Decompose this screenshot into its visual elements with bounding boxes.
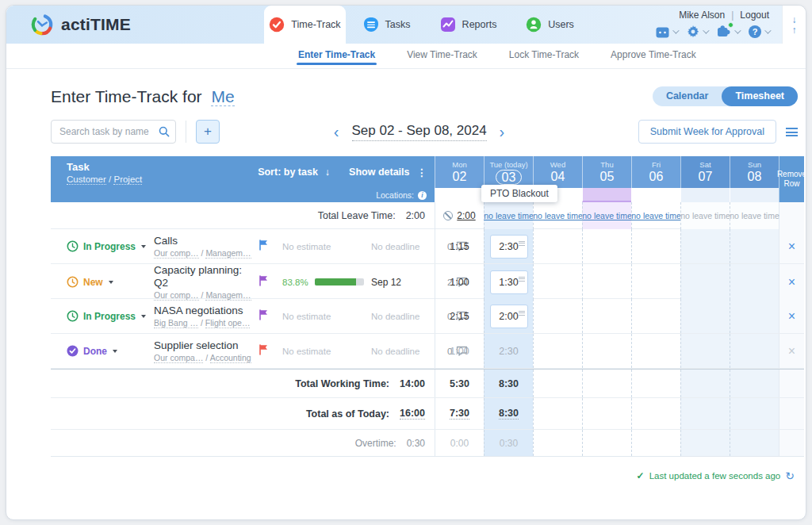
time-cell-wed[interactable] (533, 229, 582, 263)
logout-link[interactable]: Logout (740, 10, 769, 21)
time-cell-sun[interactable] (730, 264, 779, 300)
time-cell-mon[interactable]: 1:15 (435, 229, 484, 263)
remove-row-icon[interactable]: × (788, 240, 795, 254)
day-header[interactable]: Sat 07 (680, 156, 730, 188)
time-track-subnav: Enter Time-Track View Time-Track Lock Ti… (6, 44, 806, 69)
time-cell-wed[interactable] (533, 299, 582, 333)
tab-time-track[interactable]: Time-Track (264, 6, 346, 44)
day-header[interactable]: Fri 06 (631, 156, 680, 188)
customer-link[interactable]: Big Bang … (154, 318, 198, 328)
total-cell-tue[interactable]: 8:30 (484, 398, 533, 429)
calendar-menu[interactable] (656, 26, 677, 38)
day-header[interactable]: Sun 08 (730, 156, 779, 188)
show-details-button[interactable]: Show details (349, 167, 409, 178)
timesheet-toggle[interactable]: Timesheet (722, 86, 798, 106)
refresh-icon[interactable]: ↻ (785, 469, 795, 482)
no-leave-link[interactable]: no leave time (484, 211, 533, 220)
calendar-toggle[interactable]: Calendar (653, 86, 722, 106)
pto-blackout-cell[interactable] (582, 188, 631, 202)
brand-logo[interactable]: actiTIME (6, 6, 264, 44)
task-name[interactable]: Calls (154, 235, 259, 247)
settings-menu[interactable] (687, 25, 707, 38)
status-dropdown[interactable]: Done (67, 345, 154, 357)
status-dropdown[interactable]: In Progress (67, 240, 154, 252)
time-cell-fri[interactable] (631, 229, 680, 263)
customer-link[interactable]: Our comp… (154, 248, 199, 259)
no-leave-link[interactable]: no leave time (631, 211, 680, 220)
day-header[interactable]: Wed 04 (533, 156, 582, 188)
task-name[interactable]: Capacity planning: Q2 (154, 264, 259, 289)
time-cell-sat[interactable] (680, 264, 730, 300)
tab-reports[interactable]: Reports (427, 6, 509, 44)
priority-flag-icon[interactable] (259, 240, 269, 251)
priority-flag-icon[interactable] (259, 344, 269, 355)
time-cell-sun[interactable] (730, 229, 779, 263)
time-cell-fri[interactable] (631, 264, 680, 300)
time-cell-thu[interactable] (582, 299, 631, 333)
subnav-approve-time-track[interactable]: Approve Time-Track (611, 49, 696, 63)
subnav-enter-time-track[interactable]: Enter Time-Track (298, 49, 375, 63)
leave-cell-mon[interactable]: 2:00 (435, 202, 484, 229)
task-name[interactable]: NASA negotiations (154, 305, 259, 317)
search-icon[interactable] (159, 126, 170, 137)
day-header[interactable]: Thu 05 (582, 156, 631, 188)
priority-flag-icon[interactable] (259, 309, 269, 320)
tab-label: Users (548, 19, 574, 30)
hamburger-menu-icon[interactable] (786, 128, 798, 136)
time-cell-sat[interactable] (680, 299, 730, 333)
time-input[interactable]: 2:30 (490, 235, 528, 259)
day-header-today[interactable]: Tue (today) 03 (484, 156, 533, 188)
user-name[interactable]: Mike Alson (679, 10, 725, 21)
project-filter[interactable]: Project (113, 174, 142, 185)
time-cell-sun (730, 334, 779, 368)
total-cell-mon[interactable]: 7:30 (435, 398, 484, 429)
total-today-value[interactable]: 16:00 (400, 408, 425, 420)
toolbar-divider (186, 121, 186, 143)
project-link[interactable]: Accounting (210, 353, 251, 363)
customer-filter[interactable]: Customer (67, 174, 106, 185)
project-link[interactable]: Managem… (205, 248, 251, 259)
more-options-icon[interactable]: ⋮ (417, 167, 427, 178)
priority-flag-icon[interactable] (259, 275, 269, 286)
sort-direction-icon[interactable]: ↓ (325, 167, 330, 178)
time-cell-fri[interactable] (631, 299, 680, 333)
time-cell-thu[interactable] (582, 229, 631, 263)
time-cell-wed[interactable] (533, 264, 582, 300)
time-cell-sun[interactable] (730, 299, 779, 333)
time-input[interactable]: 1:30 (490, 270, 528, 294)
task-name[interactable]: Supplier selection (154, 339, 259, 352)
info-icon[interactable]: i (418, 191, 427, 200)
location-cell (680, 188, 730, 202)
remove-row-icon[interactable]: × (788, 309, 795, 324)
project-link[interactable]: Flight ope… (205, 318, 251, 328)
sort-by-task[interactable]: Sort: by task (258, 167, 318, 178)
user-selector-link[interactable]: Me (211, 87, 234, 106)
help-menu[interactable]: ? (749, 25, 769, 38)
tab-tasks[interactable]: Tasks (346, 6, 427, 44)
time-input[interactable]: 2:00 (490, 305, 528, 328)
remove-row-icon[interactable]: × (788, 275, 795, 289)
no-leave-link[interactable]: no leave time (533, 211, 582, 220)
time-cell-mon[interactable]: 1:00 (435, 264, 484, 300)
week-range[interactable]: Sep 02 - Sep 08, 2024 (351, 123, 486, 141)
no-leave-link[interactable]: no leave time (582, 211, 631, 220)
time-cell-mon[interactable]: 2:15 (435, 299, 484, 333)
status-dropdown[interactable]: New (67, 276, 154, 288)
time-cell-thu[interactable] (582, 264, 631, 300)
tab-users[interactable]: Users (509, 6, 591, 44)
add-task-button[interactable]: + (196, 120, 220, 144)
view-toggle: Calendar Timesheet (653, 86, 798, 106)
status-dropdown[interactable]: In Progress (67, 310, 154, 322)
scroll-down-icon[interactable]: ↓ (792, 15, 797, 25)
time-cell-sat[interactable] (680, 229, 730, 263)
subnav-view-time-track[interactable]: View Time-Track (407, 49, 477, 63)
integrations-menu[interactable] (717, 24, 739, 40)
search-input[interactable] (51, 120, 176, 144)
prev-week-icon[interactable]: ‹ (334, 124, 339, 140)
subnav-lock-time-track[interactable]: Lock Time-Track (509, 49, 579, 63)
scroll-up-icon[interactable]: ↑ (792, 25, 797, 35)
customer-link[interactable]: Our compa… (154, 353, 203, 363)
day-header[interactable]: Mon 02 (435, 156, 484, 188)
next-week-icon[interactable]: › (500, 124, 505, 140)
submit-week-button[interactable]: Submit Week for Approval (638, 120, 776, 144)
